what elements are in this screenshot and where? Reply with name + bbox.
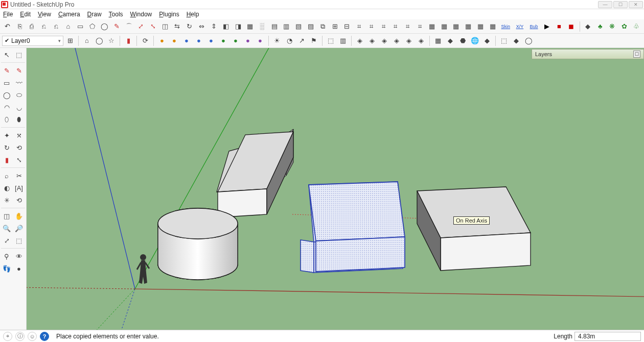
toolbar-button[interactable]: ◆ — [481, 35, 493, 46]
toolbar-button[interactable]: X/Y — [513, 21, 526, 32]
tool-button[interactable]: ◡ — [13, 102, 25, 113]
tool-button[interactable]: ▭ — [1, 77, 12, 88]
toolbar-button[interactable]: ◫ — [159, 21, 171, 32]
minimize-button[interactable]: — — [598, 1, 612, 8]
toolbar-button[interactable]: ☀ — [271, 35, 283, 46]
toolbar-button[interactable]: ◯ — [99, 21, 110, 32]
toolbar-button[interactable]: ▮ — [123, 35, 134, 46]
viewport-3d[interactable]: Layers ☐ On Red Axis — [27, 48, 644, 330]
toolbar-button[interactable]: ⊟ — [341, 21, 353, 32]
tool-button[interactable]: ↻ — [1, 142, 12, 153]
toolbar-button[interactable]: ⇆ — [172, 21, 183, 32]
tool-button[interactable]: ↖ — [1, 49, 12, 60]
tool-button[interactable]: 🔍 — [1, 223, 12, 234]
menu-view[interactable]: View — [38, 11, 51, 18]
tool-button[interactable]: 👣 — [1, 263, 12, 274]
toolbar-button[interactable]: ◈ — [354, 35, 365, 46]
tool-button[interactable]: ✳ — [1, 194, 12, 206]
toolbar-button[interactable]: ● — [255, 35, 266, 46]
tool-button[interactable]: ◐ — [1, 182, 12, 193]
credits-icon[interactable]: ⓘ — [15, 332, 25, 341]
toolbar-button[interactable]: ⌂ — [63, 21, 74, 32]
tool-button[interactable]: ⤡ — [13, 154, 25, 165]
close-button[interactable]: ✕ — [629, 1, 643, 8]
tool-button[interactable]: ◯ — [1, 89, 12, 101]
tool-button[interactable]: ▮ — [1, 154, 12, 165]
toolbar-button[interactable]: ♧ — [631, 21, 642, 32]
tool-button[interactable]: ● — [13, 263, 25, 274]
toolbar-button[interactable]: Bub — [527, 21, 541, 32]
toolbar-button[interactable]: ● — [156, 35, 168, 46]
tool-button[interactable]: ✋ — [13, 210, 25, 222]
tool-button[interactable]: ✂ — [13, 170, 25, 181]
toolbar-button[interactable]: ◯ — [94, 35, 105, 46]
toolbar-button[interactable]: ▦ — [463, 21, 474, 32]
toolbar-button[interactable]: ⌗ — [366, 21, 377, 32]
toolbar-button[interactable]: ▧ — [293, 21, 304, 32]
toolbar-button[interactable]: ↻ — [184, 21, 195, 32]
tool-button[interactable]: ⬮ — [13, 114, 25, 125]
toolbar-button[interactable]: ● — [205, 35, 217, 46]
toolbar-button[interactable]: ▦ — [487, 21, 498, 32]
tool-button[interactable]: ⟲ — [13, 142, 25, 153]
toolbar-button[interactable]: ▶ — [541, 21, 553, 32]
tool-button[interactable]: ⬭ — [13, 89, 25, 101]
toolbar-button[interactable]: ⌗ — [378, 21, 389, 32]
toolbar-button[interactable]: ⌂ — [81, 35, 93, 46]
toolbar-button[interactable]: ↗ — [296, 35, 307, 46]
menu-camera[interactable]: Camera — [58, 11, 80, 18]
layers-panel-close-icon[interactable]: ☐ — [633, 51, 640, 58]
toolbar-button[interactable]: ⎙ — [26, 21, 37, 32]
toolbar-button[interactable]: ♣ — [594, 21, 606, 32]
maximize-button[interactable]: ☐ — [613, 1, 628, 8]
toolbar-button[interactable]: ◈ — [403, 35, 415, 46]
help-icon[interactable]: ? — [40, 332, 49, 341]
layers-panel[interactable]: Layers ☐ — [532, 49, 644, 59]
toolbar-button[interactable]: ⬚ — [325, 35, 336, 46]
toolbar-button[interactable]: 🌐 — [469, 35, 480, 46]
toolbar-button[interactable]: ◧ — [220, 21, 232, 32]
toolbar-button[interactable]: ⚑ — [308, 35, 319, 46]
toolbar-button[interactable]: ◔ — [284, 35, 295, 46]
toolbar-button[interactable]: ❋ — [607, 21, 618, 32]
toolbar-button[interactable]: ⟳ — [140, 35, 151, 46]
toolbar-button[interactable]: ▦ — [244, 21, 256, 32]
tool-button[interactable]: 🔎 — [13, 223, 25, 234]
toolbar-button[interactable]: ◈ — [416, 35, 427, 46]
tool-button[interactable]: ⚲ — [1, 251, 12, 262]
toolbar-button[interactable]: ⬚ — [498, 35, 510, 46]
toolbar-button[interactable]: ▨ — [305, 21, 316, 32]
toolbar-button[interactable]: ⎌ — [51, 21, 62, 32]
toolbar-button[interactable]: ◯ — [523, 35, 534, 46]
tool-button[interactable]: [A] — [13, 182, 25, 193]
tool-button[interactable]: ⟲ — [13, 194, 25, 206]
toolbar-button[interactable]: ● — [193, 35, 204, 46]
tool-button[interactable]: ⌕ — [1, 170, 12, 181]
toolbar-button[interactable]: ▤ — [269, 21, 280, 32]
toolbar-button[interactable]: ■ — [554, 21, 565, 32]
tool-button[interactable]: ⬚ — [13, 49, 25, 60]
toolbar-button[interactable]: ☆ — [106, 35, 117, 46]
toolbar-button[interactable]: ● — [218, 35, 229, 46]
toolbar-button[interactable]: Skin — [499, 21, 512, 32]
toolbar-button[interactable]: ▥ — [337, 35, 349, 46]
toolbar-button[interactable]: ⬣ — [457, 35, 468, 46]
geolocation-icon[interactable]: ⌖ — [3, 332, 12, 341]
toolbar-button[interactable]: ✎ — [111, 21, 122, 32]
toolbar-button[interactable]: ● — [181, 35, 192, 46]
toolbar-button[interactable]: ⌗ — [402, 21, 413, 32]
toolbar-button[interactable]: ● — [242, 35, 254, 46]
menu-help[interactable]: Help — [187, 11, 199, 18]
tool-button[interactable]: ⬚ — [13, 235, 25, 246]
layer-selector[interactable]: ✔ Layer0 ▾ — [2, 36, 63, 46]
toolbar-button[interactable]: ▭ — [75, 21, 86, 32]
tool-button[interactable]: 〰 — [13, 77, 25, 88]
tool-button[interactable]: ⤢ — [1, 235, 12, 246]
toolbar-button[interactable]: ▦ — [439, 21, 450, 32]
toolbar-button[interactable]: ⎘ — [14, 21, 26, 32]
toolbar-button[interactable]: ▦ — [426, 21, 438, 32]
tool-button[interactable]: ◫ — [1, 210, 12, 222]
toolbar-button[interactable]: ⧉ — [317, 21, 329, 32]
toolbar-button[interactable]: ⌒ — [123, 21, 134, 32]
toolbar-button[interactable]: ▦ — [475, 21, 486, 32]
